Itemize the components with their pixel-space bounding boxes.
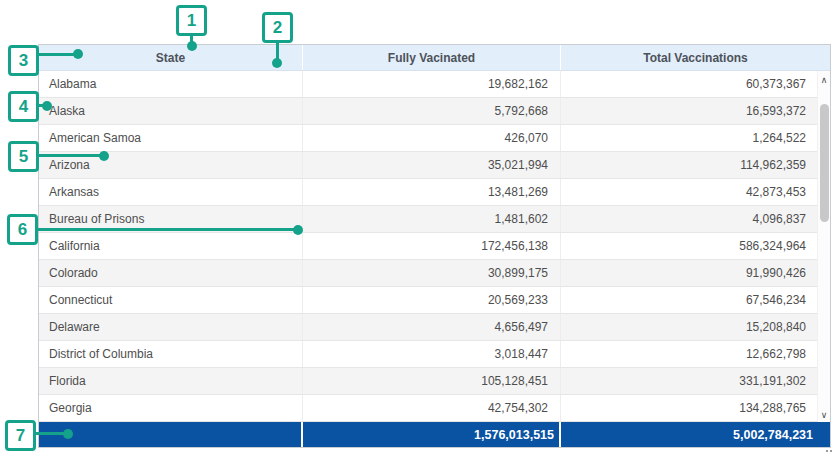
total-vaccinations-cell: 114,962,359 (561, 152, 830, 178)
scroll-up-arrow-icon[interactable]: ∧ (818, 73, 830, 87)
column-header-total-vaccinations[interactable]: Total Vaccinations (561, 45, 830, 70)
fully-vacinated-cell: 20,569,233 (303, 287, 561, 313)
table-row[interactable]: Alabama19,682,16260,373,367 (39, 71, 830, 98)
table-row[interactable]: American Samoa426,0701,264,522 (39, 125, 830, 152)
callout-5-line (37, 154, 102, 157)
table-row[interactable]: Connecticut20,569,23367,546,234 (39, 287, 830, 314)
callout-2-box: 2 (262, 12, 293, 43)
state-cell: Florida (39, 368, 303, 394)
state-cell: Delaware (39, 314, 303, 340)
total-vaccinations-cell: 134,288,765 (561, 395, 830, 421)
fully-vacinated-cell: 42,754,302 (303, 395, 561, 421)
callout-3-box: 3 (8, 45, 39, 76)
fully-vacinated-cell: 35,021,994 (303, 152, 561, 178)
callout-2-dot (272, 58, 282, 68)
scrollbar-thumb[interactable] (820, 104, 829, 222)
total-vaccinations-cell: 60,373,367 (561, 71, 830, 97)
callout-5-dot (99, 151, 109, 161)
table-row[interactable]: Georgia42,754,302134,288,765 (39, 395, 830, 422)
total-vaccinations-cell: 67,546,234 (561, 287, 830, 313)
callout-7-line (34, 432, 66, 435)
table-row[interactable]: Alaska5,792,66816,593,372 (39, 98, 830, 125)
total-vaccinations-cell: 16,593,372 (561, 98, 830, 124)
footer-state-cell (39, 422, 303, 447)
state-cell: District of Columbia (39, 341, 303, 367)
state-cell: Connecticut (39, 287, 303, 313)
callout-6-box: 6 (7, 214, 38, 245)
callout-1-box: 1 (176, 5, 207, 36)
column-header-fully-vacinated[interactable]: Fully Vacinated (303, 45, 561, 70)
fully-vacinated-cell: 1,481,602 (303, 206, 561, 232)
state-cell: Arkansas (39, 179, 303, 205)
total-vaccinations-cell: 42,873,453 (561, 179, 830, 205)
table-row[interactable]: Florida105,128,451331,191,302 (39, 368, 830, 395)
callout-7-box: 7 (5, 420, 36, 451)
table-row[interactable]: California172,456,138586,324,964 (39, 233, 830, 260)
state-cell: Alabama (39, 71, 303, 97)
state-cell: Georgia (39, 395, 303, 421)
total-vaccinations-cell: 12,662,798 (561, 341, 830, 367)
callout-6-line (36, 228, 296, 231)
callout-4-box: 4 (8, 91, 39, 122)
total-vaccinations-cell: 586,324,964 (561, 233, 830, 259)
total-vaccinations-cell: 4,096,837 (561, 206, 830, 232)
callout-3-line (37, 53, 77, 56)
table-footer-totals-row: 1,576,013,515 5,002,784,231 (39, 422, 830, 447)
total-vaccinations-cell: 1,264,522 (561, 125, 830, 151)
footer-fully-vacinated-total: 1,576,013,515 (303, 422, 561, 447)
vaccinations-table: State Fully Vacinated Total Vaccinations… (38, 44, 831, 448)
fully-vacinated-cell: 4,656,497 (303, 314, 561, 340)
callout-6-dot (293, 225, 303, 235)
fully-vacinated-cell: 426,070 (303, 125, 561, 151)
fully-vacinated-cell: 13,481,269 (303, 179, 561, 205)
callout-5-box: 5 (8, 141, 39, 172)
fully-vacinated-cell: 30,899,175 (303, 260, 561, 286)
fully-vacinated-cell: 19,682,162 (303, 71, 561, 97)
state-cell: California (39, 233, 303, 259)
state-cell: American Samoa (39, 125, 303, 151)
fully-vacinated-cell: 105,128,451 (303, 368, 561, 394)
resize-grip[interactable] (826, 449, 832, 452)
fully-vacinated-cell: 5,792,668 (303, 98, 561, 124)
table-row[interactable]: Colorado30,899,17591,990,426 (39, 260, 830, 287)
table-row[interactable]: Arkansas13,481,26942,873,453 (39, 179, 830, 206)
total-vaccinations-cell: 331,191,302 (561, 368, 830, 394)
callout-1-dot (187, 41, 197, 51)
footer-total-vaccinations-total: 5,002,784,231 (561, 422, 830, 447)
fully-vacinated-cell: 3,018,447 (303, 341, 561, 367)
table-header-row: State Fully Vacinated Total Vaccinations (39, 45, 830, 71)
callout-3-dot (73, 49, 83, 59)
total-vaccinations-cell: 91,990,426 (561, 260, 830, 286)
vertical-scrollbar[interactable]: ∧ ∨ (817, 71, 830, 422)
scroll-down-arrow-icon[interactable]: ∨ (818, 408, 830, 422)
table-row[interactable]: Arizona35,021,994114,962,359 (39, 152, 830, 179)
table-body: Alabama19,682,16260,373,367Alaska5,792,6… (39, 71, 830, 422)
total-vaccinations-cell: 15,208,840 (561, 314, 830, 340)
callout-7-dot (63, 429, 73, 439)
table-row[interactable]: District of Columbia3,018,44712,662,798 (39, 341, 830, 368)
fully-vacinated-cell: 172,456,138 (303, 233, 561, 259)
table-row[interactable]: Delaware4,656,49715,208,840 (39, 314, 830, 341)
callout-4-dot (42, 101, 52, 111)
state-cell: Alaska (39, 98, 303, 124)
state-cell: Colorado (39, 260, 303, 286)
